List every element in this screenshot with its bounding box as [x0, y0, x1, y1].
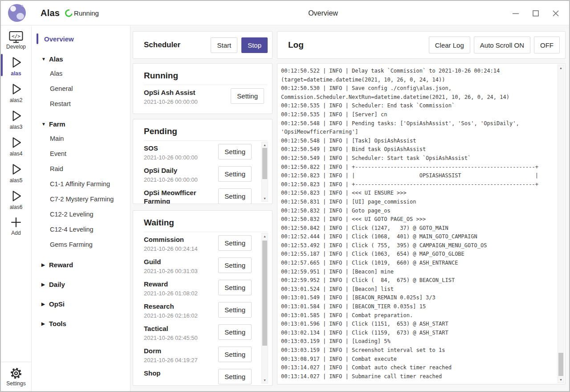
status-label: Running: [74, 9, 99, 17]
minimize-button[interactable]: [512, 9, 520, 17]
log-line: 00:12:50.823 | INFO | +-----------------…: [281, 180, 554, 189]
task-name: Commission: [144, 235, 220, 244]
nav-group-opsi[interactable]: ▶ OpSi: [32, 297, 130, 311]
waiting-panel: Waiting Commission 2021-10-26 00:24:14 S…: [133, 210, 273, 386]
maximize-button[interactable]: [532, 9, 540, 17]
log-line: 00:12:50.549 | INFO | Bind task OpsiAshA…: [281, 145, 554, 154]
task-setting-button[interactable]: Setting: [218, 166, 252, 182]
app-window: Alas Running Overview </>: [0, 0, 570, 392]
nav-item-c7-2-mystery-farming[interactable]: C7-2 Mystery Farming: [32, 192, 130, 207]
nav-item-c12-2-leveling[interactable]: C12-2 Leveling: [32, 207, 130, 222]
task-setting-button[interactable]: Setting: [231, 88, 264, 104]
log-line: 00:12:50.822 | INFO | +-----------------…: [281, 163, 554, 172]
scrollbar-thumb[interactable]: [558, 353, 563, 376]
start-button[interactable]: Start: [211, 37, 237, 53]
log-line: 00:12:52.444 | INFO | Click (1068, 401) …: [281, 233, 554, 241]
log-scrollbar[interactable]: ▲ ▼: [558, 65, 564, 383]
rail-item-add[interactable]: Add: [1, 212, 31, 238]
nav-item-event[interactable]: Event: [32, 146, 130, 161]
sidebar-item-overview[interactable]: Overview: [32, 31, 130, 46]
task-setting-button[interactable]: Setting: [218, 235, 252, 251]
task-setting-button[interactable]: Setting: [218, 324, 252, 340]
rail-instance-label: alas5: [10, 177, 23, 184]
clear-log-button[interactable]: Clear Log: [429, 37, 470, 53]
log-line: 00:12:50.842 | INFO | Click (1247, 37) @…: [281, 224, 554, 233]
divider: [144, 232, 268, 232]
log-line: 00:13:14.027 | INFO | Combat auto check …: [281, 363, 554, 372]
rail-instance-label: alas2: [10, 97, 23, 103]
task-setting-button[interactable]: Setting: [218, 280, 252, 295]
rail-instance-alas5[interactable]: alas5: [1, 159, 31, 186]
log-line: 00:13:03.159 | INFO | [Loading] 5%: [281, 337, 554, 346]
stop-button[interactable]: Stop: [241, 37, 268, 53]
app-name: Alas: [41, 8, 60, 18]
scrollbar-thumb[interactable]: [262, 148, 267, 179]
waiting-scrollbar[interactable]: ▲ ▼: [261, 233, 268, 384]
running-title: Running: [144, 70, 268, 80]
rail-item-settings[interactable]: Settings: [1, 362, 31, 391]
log-line: 00:12:53.492 | INFO | Click ( 755, 395) …: [281, 241, 554, 250]
instance-rail: </> Develop alas alas2: [1, 26, 32, 391]
log-line: 00:12:50.832 | INFO | Goto page_os: [281, 207, 554, 216]
nav-item-alas[interactable]: Alas: [32, 66, 130, 81]
task-setting-button[interactable]: Setting: [218, 347, 252, 362]
nav-item-raid[interactable]: Raid: [32, 161, 130, 176]
rail-instance-alas3[interactable]: alas3: [1, 106, 31, 132]
pending-scrollbar[interactable]: ▲ ▼: [261, 142, 268, 202]
nav-item-gems-farming[interactable]: Gems Farming: [32, 237, 130, 252]
scroll-down-icon[interactable]: ▼: [262, 377, 268, 383]
autoscroll-off-button[interactable]: OFF: [534, 37, 560, 53]
nav-group-tools[interactable]: ▶ Tools: [32, 316, 130, 331]
scroll-down-icon[interactable]: ▼: [262, 196, 268, 201]
log-line: 00:12:59.951 | INFO | [Beacon] mine: [281, 268, 554, 277]
nav-group-farm[interactable]: ▼ Farm: [32, 117, 130, 131]
log-line: 00:13:14.027 | INFO | Submarine call tim…: [281, 372, 554, 381]
log-line: 'OpsiMeowfficerFarming']: [281, 128, 554, 137]
nav-group-daily[interactable]: ▶ Daily: [32, 277, 130, 291]
nav-item-c12-4-leveling[interactable]: C12-4 Leveling: [32, 222, 130, 237]
nav-item-general[interactable]: General: [32, 81, 130, 96]
task-row: SOS 2021-10-26 00:00:00 Setting: [144, 143, 268, 165]
task-setting-button[interactable]: Setting: [218, 257, 252, 273]
log-lines: 00:12:50.522 | INFO | Delay task `Commis…: [281, 67, 554, 381]
task-name: Shop: [144, 369, 220, 377]
log-line: 00:12:50.535 | INFO | Scheduler: End tas…: [281, 102, 554, 110]
nav-group-reward[interactable]: ▶ Reward: [32, 257, 130, 272]
log-line: 00:12:50.530 | INFO | Save config ./conf…: [281, 84, 554, 93]
nav-item-restart[interactable]: Restart: [32, 96, 130, 111]
nav-group-alas[interactable]: ▼ Alas: [32, 52, 130, 66]
scheduler-title: Scheduler: [144, 41, 207, 49]
rail-instance-alas4[interactable]: alas4: [1, 132, 31, 159]
svg-text:</>: </>: [12, 33, 20, 39]
log-line: 00:12:50.548 | INFO | [Task] OpsiAshAssi…: [281, 137, 554, 146]
log-line: Commission.Scheduler.NextRun=datetime.da…: [281, 93, 554, 102]
nav-group-label: Daily: [49, 281, 65, 288]
play-icon: [8, 55, 24, 70]
scheduler-panel: Scheduler Start Stop: [133, 31, 273, 59]
task-name: Dorm: [144, 347, 220, 355]
task-setting-button[interactable]: Setting: [218, 369, 252, 384]
nav-item-c1-1-affinity-farming[interactable]: C1-1 Affinity Farming: [32, 176, 130, 192]
task-setting-button[interactable]: Setting: [218, 302, 252, 318]
task-name: OpSi Meowfficer Farming: [144, 188, 220, 204]
scroll-up-icon[interactable]: ▲: [558, 65, 564, 71]
nav-group-label: Reward: [49, 261, 73, 269]
task-name: Research: [144, 302, 220, 310]
scrollbar-thumb[interactable]: [262, 241, 267, 346]
rail-instance-alas2[interactable]: alas2: [1, 79, 31, 106]
window-controls: [512, 1, 569, 25]
pending-task-list: SOS 2021-10-26 00:00:00 Setting OpSi Dai…: [144, 143, 268, 204]
rail-item-develop[interactable]: </> Develop: [1, 28, 31, 52]
rail-instance-alas[interactable]: alas: [1, 52, 31, 79]
scroll-up-icon[interactable]: ▲: [262, 233, 268, 239]
autoscroll-on-button[interactable]: Auto Scroll ON: [474, 37, 530, 53]
task-row: OpSi Daily 2021-10-26 00:00:00 Setting: [144, 165, 268, 188]
task-setting-button[interactable]: Setting: [218, 188, 252, 204]
close-button[interactable]: [552, 9, 560, 17]
task-setting-button[interactable]: Setting: [218, 144, 252, 159]
nav-item-main[interactable]: Main: [32, 131, 130, 146]
play-icon: [8, 162, 24, 177]
scroll-up-icon[interactable]: ▲: [262, 142, 268, 148]
rail-instance-alas6[interactable]: alas6: [1, 186, 31, 212]
scroll-down-icon[interactable]: ▼: [558, 377, 564, 383]
